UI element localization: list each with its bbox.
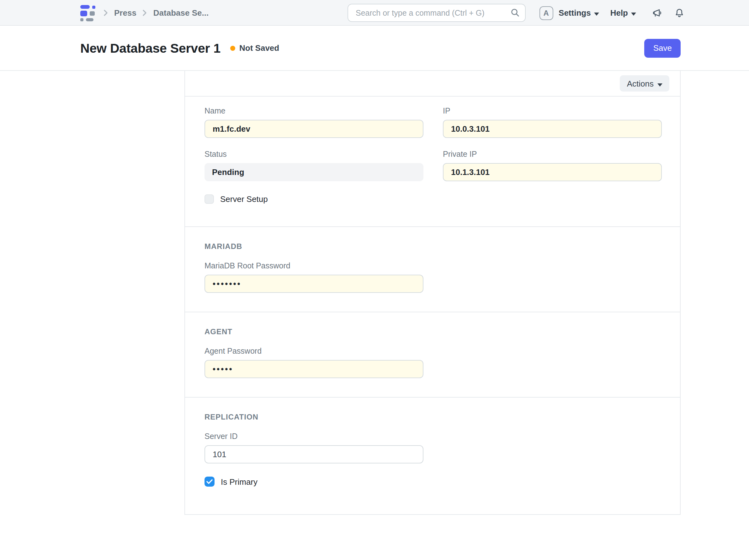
field-private-ip: Private IP bbox=[443, 150, 662, 181]
chevron-down-icon bbox=[631, 8, 636, 18]
field-server-id: Server ID bbox=[205, 432, 424, 464]
navbar-right: A Settings Help bbox=[539, 0, 684, 26]
section-mariadb: MARIADB MariaDB Root Password bbox=[185, 227, 680, 312]
help-menu[interactable]: Help bbox=[611, 8, 636, 18]
agent-section-heading: AGENT bbox=[205, 327, 661, 336]
checkbox-checked-icon bbox=[205, 477, 215, 487]
status-label: Status bbox=[205, 150, 424, 159]
field-grid: Name IP Status Pending Private IP bbox=[205, 107, 661, 181]
search-icon bbox=[511, 8, 519, 19]
section-replication: REPLICATION Server ID Is Primary bbox=[185, 397, 680, 514]
breadcrumb-chevron-icon bbox=[143, 9, 147, 16]
field-agent-password: Agent Password bbox=[205, 347, 424, 378]
section-agent: AGENT Agent Password bbox=[185, 312, 680, 397]
field-mariadb-root-password: MariaDB Root Password bbox=[205, 261, 424, 293]
global-search bbox=[347, 4, 526, 22]
form-toolbar: Actions bbox=[185, 71, 680, 96]
breadcrumb-chevron-icon bbox=[104, 9, 108, 16]
chevron-down-icon bbox=[658, 79, 662, 88]
top-navbar: Press Database Se... A Settings Help bbox=[0, 0, 749, 26]
actions-button[interactable]: Actions bbox=[620, 75, 669, 91]
user-avatar[interactable]: A bbox=[539, 6, 553, 20]
field-status: Status Pending bbox=[205, 150, 424, 181]
help-label: Help bbox=[611, 8, 628, 18]
chevron-down-icon bbox=[594, 8, 599, 18]
server-id-input[interactable] bbox=[205, 445, 424, 464]
breadcrumb-database-server[interactable]: Database Se... bbox=[153, 8, 209, 18]
private-ip-label: Private IP bbox=[443, 150, 662, 159]
name-input[interactable] bbox=[205, 120, 424, 138]
name-label: Name bbox=[205, 107, 424, 115]
page-title: New Database Server 1 bbox=[80, 40, 220, 56]
indicator-label: Not Saved bbox=[239, 43, 279, 53]
field-name: Name bbox=[205, 107, 424, 138]
actions-label: Actions bbox=[627, 79, 654, 88]
is-primary-checkbox[interactable]: Is Primary bbox=[205, 477, 257, 487]
agent-password-input[interactable] bbox=[205, 360, 424, 378]
private-ip-input[interactable] bbox=[443, 163, 662, 181]
indicator-dot-icon bbox=[230, 45, 235, 50]
mariadb-root-password-label: MariaDB Root Password bbox=[205, 261, 424, 270]
ip-label: IP bbox=[443, 107, 662, 115]
breadcrumb-press[interactable]: Press bbox=[114, 8, 136, 18]
notifications-bell-icon[interactable] bbox=[675, 8, 684, 18]
app-logo[interactable] bbox=[80, 4, 97, 21]
search-input[interactable] bbox=[347, 4, 526, 22]
server-setup-checkbox[interactable]: Server Setup bbox=[205, 194, 268, 204]
save-button[interactable]: Save bbox=[645, 39, 681, 57]
announcements-megaphone-icon[interactable] bbox=[652, 8, 662, 18]
navbar-left: Press Database Se... bbox=[80, 0, 209, 26]
status-readonly-value: Pending bbox=[205, 163, 424, 181]
form-card: Actions Name IP bbox=[185, 71, 681, 515]
replication-section-heading: REPLICATION bbox=[205, 413, 661, 422]
settings-label: Settings bbox=[559, 8, 591, 18]
settings-menu[interactable]: Settings bbox=[559, 8, 599, 18]
field-ip: IP bbox=[443, 107, 662, 138]
checkbox-unchecked-icon bbox=[205, 194, 214, 204]
save-status-indicator: Not Saved bbox=[230, 43, 279, 53]
section-basic: Name IP Status Pending Private IP bbox=[185, 96, 680, 227]
server-setup-label: Server Setup bbox=[220, 194, 268, 204]
ip-input[interactable] bbox=[443, 120, 662, 138]
app-window: Press Database Se... A Settings Help bbox=[0, 0, 749, 560]
mariadb-root-password-input[interactable] bbox=[205, 275, 424, 293]
mariadb-section-heading: MARIADB bbox=[205, 242, 661, 251]
is-primary-label: Is Primary bbox=[221, 477, 257, 486]
agent-password-label: Agent Password bbox=[205, 347, 424, 356]
server-id-label: Server ID bbox=[205, 432, 424, 441]
page-header: New Database Server 1 Not Saved Save bbox=[0, 26, 749, 71]
page-body: Actions Name IP bbox=[0, 71, 749, 515]
